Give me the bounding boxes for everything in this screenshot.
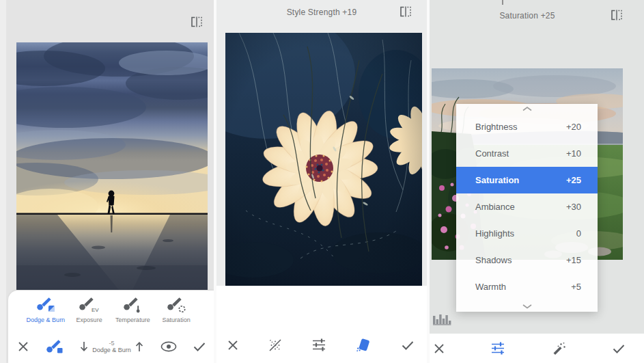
chevron-down-icon	[522, 304, 533, 309]
panel-tune-image-editor: Saturation +25	[430, 0, 644, 363]
histogram-icon	[433, 312, 451, 325]
saturation-brush-icon	[166, 297, 186, 313]
menu-item-ambiance[interactable]: Ambiance +30	[456, 193, 598, 220]
menu-item-value: +20	[566, 122, 581, 132]
menu-item-label: Warmth	[475, 282, 506, 292]
menu-item-value: +25	[566, 175, 581, 185]
menu-item-value: +30	[566, 202, 581, 212]
menu-item-value: +10	[566, 148, 581, 159]
decrease-value-button[interactable]	[79, 341, 89, 352]
confirm-button[interactable]	[193, 342, 206, 351]
menu-scroll-down[interactable]	[456, 300, 598, 312]
compare-icon	[400, 6, 412, 17]
tool-label: Dodge & Burn	[27, 317, 66, 323]
menu-item-label: Contrast	[475, 148, 509, 159]
menu-item-label: Shadows	[475, 255, 512, 265]
compare-before-after-button[interactable]	[611, 10, 624, 22]
temperature-brush-icon	[122, 297, 143, 313]
menu-item-label: Saturation	[475, 175, 519, 185]
brush-mode-button[interactable]	[45, 339, 63, 354]
tool-value: -5	[109, 340, 114, 347]
tool-exposure[interactable]: EV Exposure	[68, 297, 111, 323]
tool-saturation[interactable]: Saturation	[154, 297, 198, 323]
cancel-button[interactable]	[434, 343, 445, 354]
cancel-button[interactable]	[18, 341, 29, 352]
value-stepper: -5 Dodge & Burn	[79, 340, 144, 353]
current-value-display: -5 Dodge & Burn	[91, 340, 132, 353]
cancel-button[interactable]	[227, 340, 238, 351]
tools-row: Dodge & Burn EV Exposure T	[8, 291, 214, 323]
menu-item-shadows[interactable]: Shadows +15	[456, 247, 598, 273]
texture-off-button[interactable]	[268, 338, 283, 353]
exposure-brush-icon: EV	[78, 297, 101, 313]
compare-before-after-button[interactable]	[191, 16, 204, 29]
compare-icon	[611, 10, 623, 21]
style-strength-button[interactable]	[354, 337, 372, 353]
tool-label: Saturation	[163, 317, 191, 323]
menu-scroll-up[interactable]	[456, 104, 598, 113]
tool-label: Temperature	[115, 317, 150, 323]
photo-canvas-beach-silhouette[interactable]	[16, 42, 208, 290]
photo-canvas-flower[interactable]	[225, 33, 422, 286]
confirm-button[interactable]	[613, 344, 625, 353]
preview-mask-button[interactable]	[160, 341, 177, 352]
screenshot-edge	[0, 0, 6, 363]
tool-temperature[interactable]: Temperature	[111, 297, 155, 323]
svg-text:EV: EV	[92, 307, 99, 313]
bottom-action-bar: -5 Dodge & Burn	[18, 336, 206, 357]
menu-item-contrast[interactable]: Contrast +10	[456, 140, 598, 167]
tool-dodge-burn[interactable]: Dodge & Burn	[24, 297, 68, 323]
adjustment-readout: Saturation +25	[430, 11, 625, 21]
panel-dodge-burn-editor: Dodge & Burn EV Exposure T	[0, 0, 214, 363]
tune-adjust-button[interactable]	[312, 338, 326, 351]
compare-icon	[191, 16, 203, 27]
bottom-action-bar	[430, 334, 644, 363]
menu-item-highlights[interactable]: Highlights 0	[456, 220, 598, 247]
strength-slider-tick	[502, 0, 503, 5]
confirm-button[interactable]	[402, 340, 414, 350]
auto-adjust-wand-button[interactable]	[551, 342, 566, 355]
menu-item-label: Brightness	[475, 122, 517, 132]
style-filmstrip: 6 7 8 9 10	[216, 286, 427, 327]
snapseed-editor-collage: Dodge & Burn EV Exposure T	[0, 0, 644, 363]
adjustment-readout: Style Strength +19	[216, 8, 427, 17]
menu-item-warmth[interactable]: Warmth +5	[456, 273, 598, 300]
menu-item-value: 0	[576, 228, 581, 239]
active-tool-name: Dodge & Burn	[92, 347, 131, 353]
menu-item-brightness[interactable]: Brightness +20	[456, 113, 598, 140]
menu-item-value: +5	[571, 282, 581, 292]
tune-adjustments-menu: Brightness +20 Contrast +10 Saturation +…	[456, 104, 598, 312]
menu-item-label: Ambiance	[475, 202, 515, 212]
panel-style-strength-editor: Style Strength +19	[216, 0, 427, 363]
tool-label: Exposure	[76, 317, 102, 323]
chevron-up-icon	[522, 106, 533, 111]
tool-sheet: Dodge & Burn EV Exposure T	[8, 291, 214, 363]
dodge-burn-brush-icon	[36, 297, 56, 313]
tune-adjust-button-active[interactable]	[491, 342, 505, 355]
menu-item-label: Highlights	[475, 228, 514, 239]
increase-value-button[interactable]	[135, 341, 144, 352]
compare-before-after-button[interactable]	[400, 6, 413, 18]
bottom-action-bar	[216, 327, 427, 363]
menu-item-value: +15	[566, 255, 581, 265]
menu-item-saturation-selected[interactable]: Saturation +25	[456, 167, 598, 193]
